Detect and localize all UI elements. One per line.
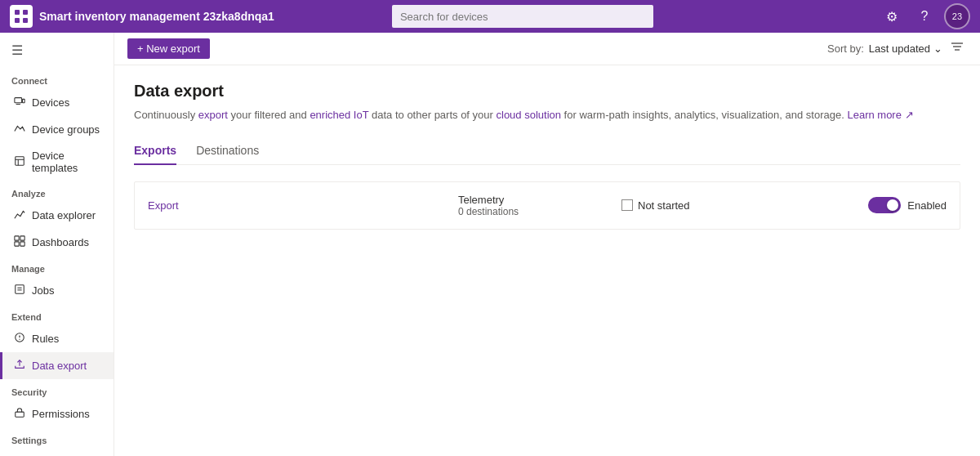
dashboards-icon	[14, 235, 25, 249]
sidebar-item-rules[interactable]: Rules	[0, 325, 114, 352]
app-header: Smart inventory management 23zka8dnqa1 ⚙…	[0, 0, 980, 33]
sort-value: Last updated	[869, 42, 930, 55]
header-actions: ⚙ ? 23	[879, 3, 970, 29]
sidebar-item-permissions[interactable]: Permissions	[0, 400, 114, 427]
search-container	[392, 5, 653, 28]
toolbar: + New export Sort by: Last updated ⌄	[114, 33, 980, 65]
sidebar-item-devices[interactable]: Devices	[0, 89, 114, 116]
svg-rect-5	[23, 99, 25, 102]
sidebar: ☰ Connect Devices Device groups Device t…	[0, 33, 114, 456]
svg-rect-10	[20, 236, 24, 240]
data-explorer-icon	[14, 208, 25, 222]
tab-destinations[interactable]: Destinations	[196, 137, 259, 165]
jobs-icon	[14, 284, 25, 297]
svg-rect-2	[15, 18, 20, 23]
main-layout: ☰ Connect Devices Device groups Device t…	[0, 33, 980, 456]
enabled-toggle[interactable]	[868, 197, 901, 213]
status-text: Not started	[638, 199, 690, 212]
toolbar-right: Sort by: Last updated ⌄	[827, 38, 967, 60]
app-title: Smart inventory management 23zka8dnqa1	[39, 10, 274, 23]
export-link[interactable]: Export	[148, 199, 179, 212]
desc-enriched: enriched IoT	[310, 109, 368, 121]
device-templates-icon	[14, 155, 25, 169]
device-groups-icon	[14, 123, 25, 136]
hamburger-button[interactable]: ☰	[0, 33, 114, 68]
rules-icon	[14, 332, 25, 346]
sidebar-item-dashboards[interactable]: Dashboards	[0, 229, 114, 256]
section-analyze: Analyze	[0, 181, 114, 202]
svg-rect-20	[16, 412, 24, 417]
data-explorer-label: Data explorer	[32, 209, 96, 221]
filter-button[interactable]	[947, 38, 967, 60]
page-description: Continuously export your filtered and en…	[134, 107, 960, 123]
dashboards-label: Dashboards	[32, 236, 89, 248]
svg-rect-4	[15, 98, 22, 103]
logo-icon	[10, 5, 33, 28]
export-toggle-col: Enabled	[868, 197, 947, 213]
status-checkbox[interactable]	[621, 199, 633, 211]
svg-point-18	[19, 339, 20, 340]
desc-cloud: cloud solution	[497, 109, 562, 121]
rules-label: Rules	[32, 333, 59, 345]
device-groups-label: Device groups	[32, 123, 100, 136]
sort-dropdown[interactable]: Last updated ⌄	[869, 42, 942, 55]
sidebar-item-device-groups[interactable]: Device groups	[0, 116, 114, 143]
svg-rect-11	[15, 242, 19, 246]
tab-exports[interactable]: Exports	[134, 137, 176, 165]
section-security: Security	[0, 379, 114, 400]
desc-export: export	[198, 109, 228, 121]
export-type: Telemetry	[458, 194, 621, 206]
devices-icon	[14, 96, 25, 110]
search-input[interactable]	[392, 5, 653, 28]
data-export-icon	[14, 359, 25, 373]
avatar[interactable]: 23	[944, 3, 970, 29]
section-manage: Manage	[0, 256, 114, 277]
data-export-label: Data export	[32, 360, 87, 372]
learn-more-link[interactable]: Learn more ↗	[847, 109, 913, 121]
section-connect: Connect	[0, 68, 114, 89]
app-logo: Smart inventory management 23zka8dnqa1	[10, 5, 274, 28]
export-name-col: Export	[148, 199, 458, 212]
jobs-label: Jobs	[32, 284, 54, 297]
help-button[interactable]: ?	[911, 3, 938, 29]
settings-button[interactable]: ⚙	[879, 3, 905, 29]
devices-label: Devices	[32, 96, 69, 109]
page-content: Data export Continuously export your fil…	[114, 65, 980, 456]
permissions-label: Permissions	[32, 408, 90, 420]
sidebar-item-data-explorer[interactable]: Data explorer	[0, 202, 114, 229]
svg-rect-13	[16, 285, 24, 294]
permissions-icon	[14, 407, 25, 421]
sidebar-item-device-templates[interactable]: Device templates	[0, 143, 114, 181]
device-templates-label: Device templates	[32, 150, 102, 174]
chevron-down-icon: ⌄	[933, 42, 942, 55]
export-table: Export Telemetry 0 destinations Not star…	[134, 181, 960, 230]
new-export-button[interactable]: + New export	[127, 38, 210, 59]
svg-rect-12	[20, 242, 24, 246]
svg-rect-3	[23, 18, 28, 23]
page-title: Data export	[134, 82, 960, 101]
export-status-col: Not started	[621, 199, 768, 212]
svg-rect-0	[15, 10, 20, 15]
table-row: Export Telemetry 0 destinations Not star…	[135, 182, 960, 229]
svg-rect-6	[16, 156, 24, 165]
sidebar-item-jobs[interactable]: Jobs	[0, 277, 114, 304]
section-settings: Settings	[0, 427, 114, 449]
svg-rect-1	[23, 10, 28, 15]
toggle-label: Enabled	[907, 199, 947, 212]
sidebar-item-data-export[interactable]: Data export	[0, 352, 114, 379]
svg-rect-9	[15, 236, 19, 240]
export-destinations: 0 destinations	[458, 206, 621, 217]
section-extend: Extend	[0, 304, 114, 325]
export-type-col: Telemetry 0 destinations	[458, 194, 621, 217]
sort-by-label: Sort by:	[827, 42, 864, 55]
tabs: Exports Destinations	[134, 136, 960, 165]
main-content: + New export Sort by: Last updated ⌄ Dat…	[114, 33, 980, 456]
